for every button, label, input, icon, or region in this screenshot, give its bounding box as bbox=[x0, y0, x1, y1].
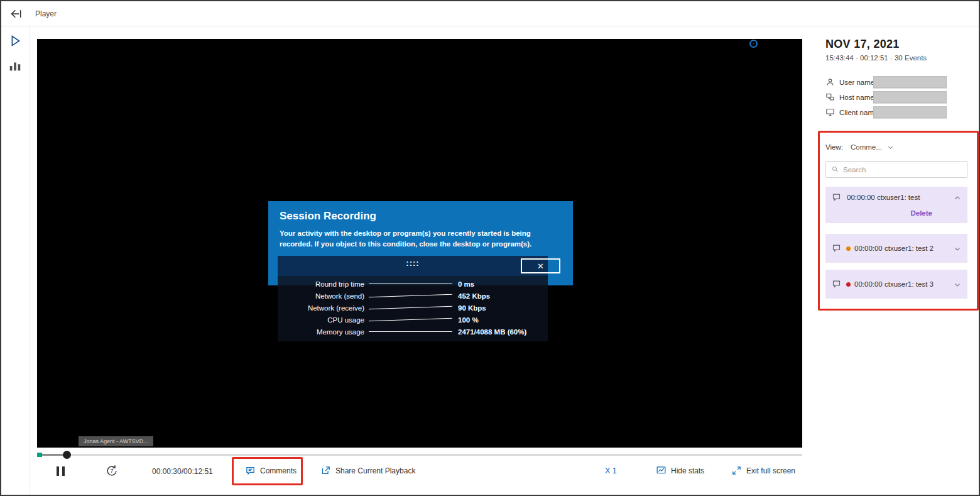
stat-value: 2471/4088 MB (60%) bbox=[458, 328, 526, 336]
hide-stats-button[interactable]: Hide stats bbox=[656, 465, 704, 476]
replay-seconds-label: 7 bbox=[105, 468, 119, 474]
host-name-redacted-value bbox=[873, 91, 947, 103]
stat-label: Round trip time bbox=[278, 280, 364, 288]
event-dot-red bbox=[846, 282, 851, 287]
left-rail bbox=[1, 26, 30, 495]
share-playback-button[interactable]: Share Current Playback bbox=[320, 465, 415, 476]
stat-value: 90 Kbps bbox=[458, 304, 486, 312]
hide-stats-label: Hide stats bbox=[671, 466, 704, 475]
field-user-name: User name: bbox=[825, 77, 876, 87]
monitor-icon bbox=[825, 107, 835, 117]
comment-text: 00:00:00 ctxuser1: test 2 bbox=[854, 245, 934, 252]
pause-icon bbox=[57, 466, 59, 476]
view-value: Comme... bbox=[851, 143, 882, 151]
search-icon bbox=[831, 165, 839, 174]
close-stats-button[interactable]: ✕ bbox=[521, 258, 560, 273]
close-icon: ✕ bbox=[537, 262, 544, 271]
search-input[interactable] bbox=[843, 166, 962, 174]
field-client-name: Client name bbox=[825, 107, 878, 117]
field-label: Client name bbox=[839, 109, 878, 116]
stat-sparkline bbox=[369, 306, 452, 310]
back-icon[interactable] bbox=[10, 8, 23, 20]
client-name-redacted-value bbox=[873, 106, 947, 118]
user-icon bbox=[825, 77, 835, 87]
chevron-down-icon bbox=[887, 144, 894, 151]
view-dropdown[interactable]: Comme... bbox=[851, 143, 894, 151]
stat-sparkline bbox=[369, 318, 452, 322]
timeline-track[interactable] bbox=[37, 454, 802, 456]
chevron-down-icon[interactable] bbox=[954, 245, 961, 253]
agent-label: Jonas Agent - AWTSVD... bbox=[79, 436, 153, 446]
comment-item[interactable]: 00:00:00 ctxuser1: test Delete bbox=[825, 187, 967, 223]
stat-row: CPU usage 100 % bbox=[278, 314, 548, 326]
chevron-down-icon[interactable] bbox=[954, 281, 961, 289]
comment-bubble-icon bbox=[832, 243, 841, 253]
comment-bubble-icon bbox=[832, 279, 841, 289]
stat-value: 0 ms bbox=[458, 280, 474, 288]
dialog-body: Your activity with the desktop or progra… bbox=[280, 228, 562, 250]
comments-search[interactable] bbox=[825, 161, 967, 178]
page-title: Player bbox=[35, 9, 57, 18]
comments-button[interactable]: Comments bbox=[245, 465, 297, 476]
stat-value: 100 % bbox=[458, 316, 479, 324]
top-bar: Player bbox=[1, 1, 979, 26]
play-tab-icon[interactable] bbox=[8, 34, 22, 48]
event-dot-orange bbox=[846, 246, 851, 251]
stat-label: Memory usage bbox=[278, 328, 364, 336]
chevron-up-icon[interactable] bbox=[954, 194, 961, 202]
stats-table: Round trip time 0 ms Network (send) 452 … bbox=[278, 276, 548, 341]
comment-text: 00:00:00 ctxuser1: test 3 bbox=[854, 280, 934, 288]
stat-label: Network (receive) bbox=[278, 304, 364, 312]
pause-button[interactable] bbox=[57, 466, 65, 476]
comment-bubble-icon bbox=[832, 192, 841, 202]
exit-fullscreen-label: Exit full screen bbox=[746, 466, 795, 475]
time-label: 00:00:30/00:12:51 bbox=[152, 467, 213, 476]
stats-overlay: :::: ✕ Round trip time 0 ms Network (sen… bbox=[278, 256, 548, 341]
user-name-redacted-value bbox=[873, 76, 947, 88]
stat-row: Network (send) 452 Kbps bbox=[278, 290, 548, 302]
comment-item[interactable]: 00:00:00 ctxuser1: test 2 bbox=[825, 234, 967, 263]
stats-chart-icon bbox=[656, 465, 667, 476]
player-window: Player Jonas Agent - AWTSVD... Session R… bbox=[0, 0, 980, 496]
replay-button[interactable]: 7 bbox=[105, 464, 119, 478]
comment-bubble-icon bbox=[245, 465, 256, 476]
drag-handle-icon[interactable]: :::: bbox=[278, 258, 548, 268]
stat-sparkline bbox=[369, 294, 452, 298]
comment-text: 00:00:00 ctxuser1: test bbox=[847, 194, 920, 201]
exit-fullscreen-icon bbox=[731, 465, 742, 476]
stat-value: 452 Kbps bbox=[458, 292, 490, 300]
stat-label: Network (send) bbox=[278, 292, 364, 300]
comment-item[interactable]: 00:00:00 ctxuser1: test 3 bbox=[825, 270, 967, 299]
field-host-name: Host name: bbox=[825, 92, 876, 102]
recording-date: NOV 17, 2021 bbox=[825, 38, 900, 51]
dialog-title: Session Recording bbox=[280, 210, 562, 223]
stat-label: CPU usage bbox=[278, 316, 364, 324]
stat-sparkline bbox=[369, 284, 452, 284]
pointer-highlight-icon bbox=[749, 40, 758, 48]
stat-row: Network (receive) 90 Kbps bbox=[278, 302, 548, 314]
recording-meta: 15:43:44 · 00:12:51 · 30 Events bbox=[825, 54, 927, 62]
field-label: User name: bbox=[839, 79, 876, 86]
playback-time: 00:00:30/00:12:51 bbox=[152, 467, 213, 476]
timeline-scrubber[interactable] bbox=[63, 451, 71, 459]
host-icon bbox=[825, 92, 835, 102]
share-icon bbox=[320, 465, 331, 476]
playback-speed-button[interactable]: X 1 bbox=[605, 466, 617, 475]
delete-comment-link[interactable]: Delete bbox=[910, 209, 932, 217]
view-label: View: bbox=[825, 143, 843, 151]
pause-icon bbox=[62, 466, 65, 476]
comments-label: Comments bbox=[260, 466, 297, 475]
stats-titlebar: :::: ✕ bbox=[278, 256, 548, 276]
field-label: Host name: bbox=[839, 94, 876, 101]
timeline-comment-marker[interactable] bbox=[37, 453, 42, 457]
stat-row: Round trip time 0 ms bbox=[278, 278, 548, 290]
exit-fullscreen-button[interactable]: Exit full screen bbox=[731, 465, 795, 476]
stat-sparkline bbox=[369, 331, 452, 332]
share-label: Share Current Playback bbox=[335, 466, 415, 475]
stat-row: Memory usage 2471/4088 MB (60%) bbox=[278, 326, 548, 338]
speed-label: X 1 bbox=[605, 466, 617, 475]
stats-tab-icon[interactable] bbox=[8, 59, 22, 73]
